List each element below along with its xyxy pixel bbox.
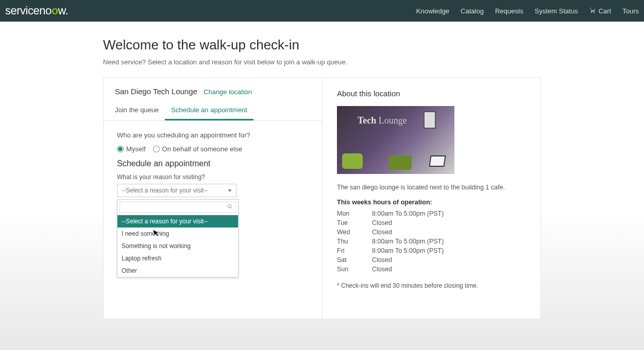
brand-text-b: w. <box>58 4 69 18</box>
photo-sign-a: Tech <box>358 115 376 126</box>
main-panel: San Diego Tech Lounge Change location Jo… <box>103 77 541 319</box>
top-bar: servicenoow. Knowledge Catalog Requests … <box>0 0 644 22</box>
photo-chair-2 <box>388 155 412 170</box>
hours-day: Sat <box>337 256 372 264</box>
tabs: Join the queue Schedule an appointment <box>104 101 322 121</box>
hours-row-thu: Thu8:00am To 5:00pm (PST) <box>337 238 526 245</box>
photo-sign-b: Lounge <box>376 115 406 126</box>
hours-row-fri: Fri8:00am To 5:00pm (PST) <box>337 247 526 254</box>
form-area: Who are you scheduling an appointment fo… <box>104 121 322 288</box>
nav-cart[interactable]: Cart <box>589 7 612 15</box>
svg-line-1 <box>231 207 232 208</box>
brand-text-o: o <box>52 4 58 18</box>
hours-day: Wed <box>337 229 372 236</box>
option-not-working[interactable]: Something is not working <box>117 240 238 252</box>
schedule-section-title: Schedule an appointment <box>117 159 309 168</box>
panel-right: About this location Tech Lounge The san … <box>323 78 540 319</box>
hours-day: Thu <box>337 238 372 245</box>
radio-onbehalf-text: On behalf of someone else <box>162 145 242 153</box>
reason-select[interactable]: --Select a reason for your visit-- <box>117 184 236 197</box>
hours-time: Closed <box>372 229 392 236</box>
content: Welcome to the walk-up check-in Need ser… <box>52 22 592 319</box>
dropdown-search-input[interactable] <box>120 202 236 213</box>
dropdown-options: --Select a reason for your visit-- I nee… <box>117 215 238 277</box>
option-other[interactable]: Other <box>117 265 238 277</box>
radio-onbehalf[interactable] <box>153 146 160 152</box>
hours-time: Closed <box>372 219 392 226</box>
location-photo: Tech Lounge <box>337 106 454 174</box>
reason-label: What is your reason for visiting? <box>117 173 309 181</box>
hours-day: Mon <box>337 210 372 217</box>
photo-tv <box>423 111 436 129</box>
hours-time: Closed <box>372 256 392 264</box>
nav-tours[interactable]: Tours <box>622 7 639 15</box>
nav-requests[interactable]: Requests <box>495 7 523 15</box>
nav-catalog[interactable]: Catalog <box>461 7 484 15</box>
top-nav: Knowledge Catalog Requests System Status… <box>416 7 639 15</box>
hours-day: Tue <box>337 219 372 226</box>
radio-onbehalf-label[interactable]: On behalf of someone else <box>153 145 242 153</box>
option-need-something[interactable]: I need something <box>117 227 238 240</box>
hours-day: Fri <box>337 247 372 254</box>
svg-point-0 <box>228 204 231 207</box>
cart-icon <box>589 7 596 15</box>
hours-row-sat: SatClosed <box>337 256 526 264</box>
location-bar: San Diego Tech Lounge Change location <box>104 78 322 101</box>
dropdown-search-wrap <box>117 200 238 215</box>
reason-dropdown: --Select a reason for your visit-- I nee… <box>117 199 239 277</box>
location-description: The san diego lounge is located next to … <box>337 183 526 192</box>
photo-monitor <box>429 155 446 167</box>
brand-text-a: serviceno <box>5 4 52 18</box>
location-name: San Diego Tech Lounge <box>115 87 197 96</box>
option-need-something-label: I need something <box>122 230 169 237</box>
brand-logo[interactable]: servicenoow. <box>5 4 68 18</box>
panel-left: San Diego Tech Lounge Change location Jo… <box>104 78 323 319</box>
who-radio-group: Myself On behalf of someone else <box>117 145 309 153</box>
page-subtitle: Need service? Select a location and reas… <box>103 58 592 66</box>
hours-time: 8:00am To 5:00pm (PST) <box>372 238 444 245</box>
option-placeholder[interactable]: --Select a reason for your visit-- <box>117 215 238 227</box>
who-label: Who are you scheduling an appointment fo… <box>117 131 309 139</box>
change-location-link[interactable]: Change location <box>204 88 252 96</box>
hours-table: Mon8:00am To 5:00pm (PST) TueClosed WedC… <box>337 210 526 273</box>
radio-myself-text: Myself <box>126 145 146 153</box>
hours-time: 8:00am To 5:00pm (PST) <box>372 247 444 254</box>
nav-system-status[interactable]: System Status <box>535 7 578 15</box>
hours-row-tue: TueClosed <box>337 219 526 226</box>
radio-myself-label[interactable]: Myself <box>117 145 146 153</box>
hours-day: Sun <box>337 266 372 273</box>
tab-schedule-appointment[interactable]: Schedule an appointment <box>165 101 253 120</box>
nav-knowledge[interactable]: Knowledge <box>416 7 449 15</box>
hours-row-wed: WedClosed <box>337 229 526 236</box>
hours-footnote: * Check-ins will end 30 minutes before c… <box>337 282 526 289</box>
hours-row-mon: Mon8:00am To 5:00pm (PST) <box>337 210 526 217</box>
search-icon <box>227 204 233 211</box>
page-title: Welcome to the walk-up check-in <box>103 37 592 53</box>
hours-time: 8:00am To 5:00pm (PST) <box>372 210 444 217</box>
photo-chair-1 <box>342 153 363 169</box>
hours-row-sun: SunClosed <box>337 266 526 273</box>
option-laptop-refresh[interactable]: Laptop refresh <box>117 252 238 265</box>
tab-join-queue[interactable]: Join the queue <box>109 101 165 120</box>
hours-title: This weeks hours of operation: <box>337 199 526 206</box>
photo-sign: Tech Lounge <box>358 115 407 126</box>
nav-cart-label: Cart <box>599 7 612 15</box>
hours-time: Closed <box>372 266 392 273</box>
about-title: About this location <box>337 89 526 98</box>
radio-myself[interactable] <box>117 146 124 152</box>
